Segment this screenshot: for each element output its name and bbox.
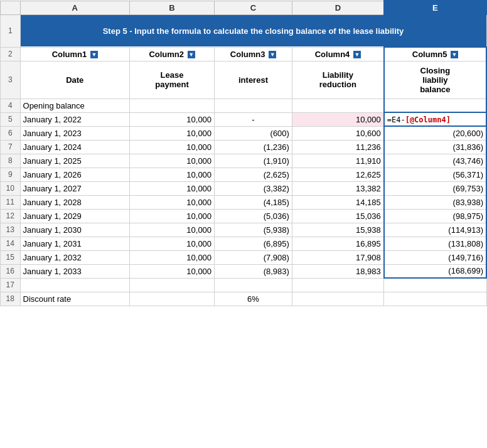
col-header-e[interactable]: E [384,1,486,14]
cell-4b[interactable] [130,99,215,112]
col-header-c[interactable]: C [215,1,292,14]
cell-18e[interactable] [384,292,486,306]
cell-18c[interactable]: 6% [215,292,292,306]
cell-7d[interactable]: 11,236 [292,140,383,154]
col-header-b[interactable]: B [130,1,215,14]
col2-e[interactable]: Column5 ▼ [384,47,486,61]
cell-4a[interactable]: Opening balance [20,99,129,112]
cell-16c[interactable]: (8,983) [215,264,292,278]
cell-9d[interactable]: 12,625 [292,168,383,181]
cell-7b[interactable]: 10,000 [130,140,215,154]
row-num-16: 16 [1,264,21,278]
cell-12b[interactable]: 10,000 [130,209,215,223]
cell-8a[interactable]: January 1, 2025 [20,154,129,168]
cell-12a[interactable]: January 1, 2029 [20,209,129,223]
cell-13c[interactable]: (5,938) [215,223,292,237]
cell-9a[interactable]: January 1, 2026 [20,168,129,181]
cell-10e[interactable]: (69,753) [384,181,486,195]
cell-13a[interactable]: January 1, 2030 [20,223,129,237]
cell-8e[interactable]: (43,746) [384,154,486,168]
cell-9e[interactable]: (56,371) [384,168,486,181]
cell-10a[interactable]: January 1, 2027 [20,181,129,195]
col4-label: Column4 [315,50,350,59]
cell-15a[interactable]: January 1, 2032 [20,250,129,264]
cell-6e[interactable]: (20,600) [384,126,486,140]
cell-4e[interactable] [384,99,486,112]
cell-15d[interactable]: 17,908 [292,250,383,264]
cell-17e[interactable] [384,278,486,292]
col-header-d[interactable]: D [292,1,383,14]
col3-filter-icon[interactable]: ▼ [269,51,276,58]
cell-6d[interactable]: 10,600 [292,126,383,140]
cell-5b[interactable]: 10,000 [130,112,215,126]
cell-10b[interactable]: 10,000 [130,181,215,195]
cell-5e[interactable]: =E4-[@Column4] [384,112,486,126]
cell-14b[interactable]: 10,000 [130,237,215,250]
cell-4d[interactable] [292,99,383,112]
cell-9c[interactable]: (2,625) [215,168,292,181]
cell-7a[interactable]: January 1, 2024 [20,140,129,154]
col2-c[interactable]: Column3 ▼ [215,47,292,61]
cell-17b[interactable] [130,278,215,292]
cell-18b[interactable] [130,292,215,306]
cell-6c[interactable]: (600) [215,126,292,140]
cell-15b[interactable]: 10,000 [130,250,215,264]
cell-15e[interactable]: (149,716) [384,250,486,264]
col2-d[interactable]: Column4 ▼ [292,47,383,61]
cell-9b[interactable]: 10,000 [130,168,215,181]
cell-14e[interactable]: (131,808) [384,237,486,250]
cell-17d[interactable] [292,278,383,292]
cell-12c[interactable]: (5,036) [215,209,292,223]
cell-13d[interactable]: 15,938 [292,223,383,237]
cell-16b[interactable]: 10,000 [130,264,215,278]
cell-18a[interactable]: Discount rate [20,292,129,306]
cell-11a[interactable]: January 1, 2028 [20,195,129,209]
cell-16d[interactable]: 18,983 [292,264,383,278]
cell-4c[interactable] [215,99,292,112]
col2-b[interactable]: Column2 ▼ [130,47,215,61]
cell-12d[interactable]: 15,036 [292,209,383,223]
row-12: 12 January 1, 2029 10,000 (5,036) 15,036… [1,209,487,223]
cell-12e[interactable]: (98,975) [384,209,486,223]
cell-13e[interactable]: (114,913) [384,223,486,237]
cell-16a[interactable]: January 1, 2033 [20,264,129,278]
cell-16e[interactable]: (168,699) [384,264,486,278]
sub-header-interest: interest [215,61,292,99]
cell-6a[interactable]: January 1, 2023 [20,126,129,140]
cell-13b[interactable]: 10,000 [130,223,215,237]
row-num-8: 8 [1,154,21,168]
cell-17c[interactable] [215,278,292,292]
cell-11e[interactable]: (83,938) [384,195,486,209]
cell-11b[interactable]: 10,000 [130,195,215,209]
cell-10d[interactable]: 13,382 [292,181,383,195]
cell-17a[interactable] [20,278,129,292]
cell-5c[interactable]: - [215,112,292,126]
col2-filter-icon[interactable]: ▼ [188,51,195,58]
col5-filter-icon[interactable]: ▼ [451,51,458,58]
cell-7c[interactable]: (1,236) [215,140,292,154]
cell-5d[interactable]: 10,000 [292,112,383,126]
cell-11c[interactable]: (4,185) [215,195,292,209]
cell-14d[interactable]: 16,895 [292,237,383,250]
col4-filter-icon[interactable]: ▼ [353,51,361,58]
cell-14c[interactable]: (6,895) [215,237,292,250]
cell-8b[interactable]: 10,000 [130,154,215,168]
row-14: 14 January 1, 2031 10,000 (6,895) 16,895… [1,237,487,250]
cell-18d[interactable] [292,292,383,306]
row-10: 10 January 1, 2027 10,000 (3,382) 13,382… [1,181,487,195]
col-header-a[interactable]: A [20,1,129,14]
cell-14a[interactable]: January 1, 2031 [20,237,129,250]
row-num-6: 6 [1,126,21,140]
col1-filter-icon[interactable]: ▼ [90,51,98,58]
cell-11d[interactable]: 14,185 [292,195,383,209]
title-row: 1 Step 5 - Input the formula to calculat… [1,14,487,47]
cell-8d[interactable]: 11,910 [292,154,383,168]
sub-header-date: Date [20,61,129,99]
cell-5a[interactable]: January 1, 2022 [20,112,129,126]
col2-a[interactable]: Column1 ▼ [20,47,129,61]
cell-7e[interactable]: (31,836) [384,140,486,154]
cell-10c[interactable]: (3,382) [215,181,292,195]
cell-15c[interactable]: (7,908) [215,250,292,264]
cell-6b[interactable]: 10,000 [130,126,215,140]
cell-8c[interactable]: (1,910) [215,154,292,168]
